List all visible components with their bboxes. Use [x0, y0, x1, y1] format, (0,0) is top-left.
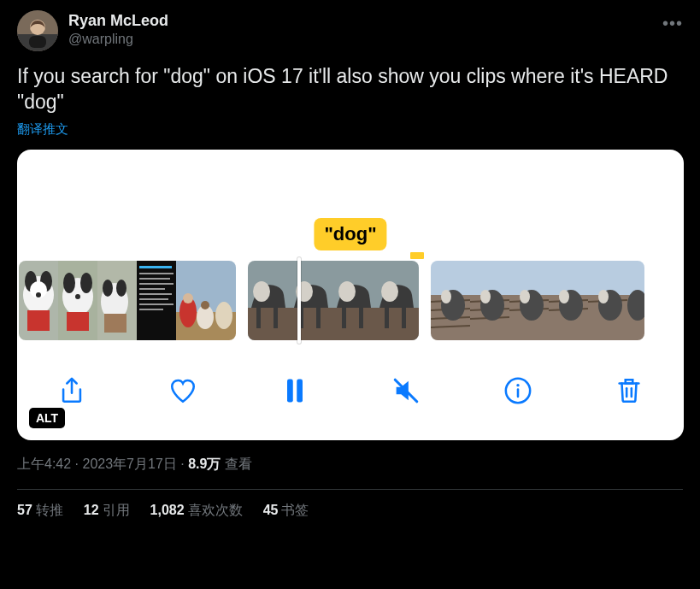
media-toolbar: [17, 365, 684, 416]
video-thumbnail: [58, 261, 97, 340]
svg-rect-57: [376, 308, 419, 340]
svg-rect-59: [385, 308, 389, 328]
svg-point-58: [381, 281, 398, 302]
svg-rect-42: [248, 308, 291, 340]
share-icon[interactable]: [55, 374, 89, 408]
video-thumbnail: [176, 261, 215, 340]
svg-point-75: [480, 290, 491, 303]
video-thumbnail: [627, 261, 644, 340]
video-thumbnail: [470, 261, 509, 340]
tweet-time[interactable]: 上午4:42: [17, 456, 71, 471]
svg-rect-50: [316, 308, 321, 328]
svg-rect-54: [342, 308, 346, 328]
tweet-date[interactable]: 2023年7月17日: [82, 456, 176, 471]
video-thumbnail: [588, 261, 627, 340]
video-thumbnail: [376, 261, 419, 340]
svg-rect-28: [139, 293, 172, 295]
svg-point-14: [80, 273, 92, 293]
handle[interactable]: @warpling: [68, 32, 652, 47]
stat-likes[interactable]: 1,082喜欢次数: [150, 502, 243, 520]
clip-group-3[interactable]: [431, 261, 644, 340]
svg-rect-31: [139, 309, 163, 310]
clip-group-2[interactable]: [248, 261, 419, 340]
svg-rect-93: [627, 261, 644, 295]
stat-quotes[interactable]: 12引用: [84, 502, 130, 520]
info-icon[interactable]: [501, 374, 535, 408]
svg-rect-26: [139, 283, 174, 285]
svg-rect-21: [104, 314, 126, 333]
video-thumbnail: [509, 261, 549, 340]
svg-rect-82: [549, 261, 588, 295]
video-thumbnail: [215, 261, 236, 340]
stat-retweets[interactable]: 57转推: [17, 502, 63, 520]
tweet-meta: 上午4:42 · 2023年7月17日 · 8.9万 查看: [17, 456, 683, 474]
svg-rect-45: [274, 308, 278, 328]
playhead-marker: [410, 252, 424, 259]
svg-rect-22: [137, 261, 176, 340]
svg-point-40: [215, 302, 232, 329]
svg-point-87: [559, 290, 569, 303]
playhead-line[interactable]: [297, 257, 301, 344]
divider: [17, 489, 683, 490]
video-thumbnail: [97, 261, 137, 340]
author-names: Ryan McLeod @warpling: [68, 10, 652, 47]
svg-point-15: [75, 294, 80, 299]
video-thumbnail: [248, 261, 291, 340]
svg-rect-55: [359, 308, 363, 328]
tweet-header: Ryan McLeod @warpling •••: [17, 10, 683, 51]
svg-rect-76: [509, 261, 549, 295]
svg-point-13: [63, 273, 75, 293]
video-thumbnail: [137, 261, 176, 340]
views-label: 查看: [221, 456, 251, 471]
tweet-stats: 57转推 12引用 1,082喜欢次数 45书签: [17, 502, 683, 520]
tweet-text: If you search for "dog" on iOS 17 it'll …: [17, 63, 683, 115]
svg-point-35: [183, 293, 193, 303]
svg-rect-23: [139, 266, 172, 268]
video-timeline[interactable]: [17, 261, 684, 340]
translate-link[interactable]: 翻译推文: [17, 121, 683, 138]
svg-rect-88: [588, 261, 627, 295]
views-count: 8.9万: [188, 456, 221, 471]
svg-rect-60: [402, 308, 406, 328]
media-attachment[interactable]: "dog": [17, 150, 684, 440]
svg-point-81: [520, 290, 530, 303]
heart-icon[interactable]: [166, 374, 200, 408]
svg-point-19: [103, 280, 113, 297]
svg-point-20: [116, 280, 126, 297]
trash-icon[interactable]: [612, 374, 646, 408]
svg-rect-52: [333, 308, 376, 340]
svg-rect-30: [139, 303, 174, 305]
pause-icon[interactable]: [278, 374, 312, 408]
svg-rect-61: [431, 261, 470, 295]
tweet-container: Ryan McLeod @warpling ••• If you search …: [0, 0, 700, 527]
more-icon[interactable]: •••: [662, 10, 683, 33]
svg-point-9: [36, 292, 41, 297]
svg-rect-97: [297, 380, 303, 403]
svg-rect-16: [67, 312, 89, 331]
svg-rect-3: [29, 36, 46, 48]
svg-point-92: [598, 290, 609, 303]
svg-rect-44: [256, 308, 261, 328]
svg-rect-10: [27, 310, 50, 331]
svg-point-37: [201, 301, 209, 309]
svg-rect-29: [139, 298, 168, 300]
video-thumbnail: [549, 261, 588, 340]
video-thumbnail: [431, 261, 470, 340]
svg-rect-24: [139, 273, 174, 274]
svg-point-68: [441, 290, 451, 303]
video-thumbnail: [19, 261, 58, 340]
avatar[interactable]: [17, 10, 58, 51]
display-name[interactable]: Ryan McLeod: [68, 12, 652, 30]
search-keyword-badge: "dog": [314, 218, 386, 250]
stat-bookmarks[interactable]: 45书签: [263, 502, 309, 520]
video-thumbnail: [333, 261, 376, 340]
alt-badge[interactable]: ALT: [29, 408, 65, 428]
svg-point-101: [516, 384, 519, 386]
svg-rect-25: [139, 278, 170, 280]
svg-rect-69: [470, 261, 509, 295]
clip-group-1[interactable]: [19, 261, 236, 340]
svg-point-43: [253, 281, 270, 302]
svg-rect-27: [139, 288, 165, 290]
svg-point-53: [338, 281, 356, 302]
mute-icon[interactable]: [389, 374, 423, 408]
